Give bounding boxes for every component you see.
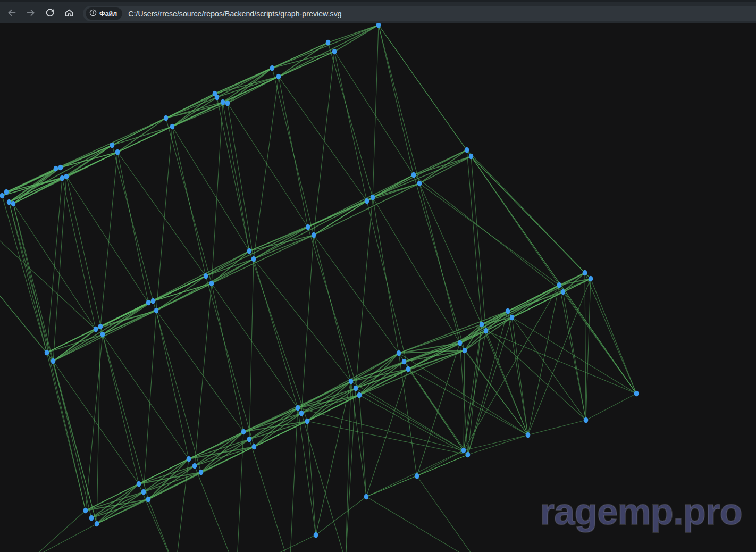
- refresh-button[interactable]: [41, 5, 58, 22]
- graph-edge: [307, 381, 351, 421]
- graph-edge: [373, 197, 399, 353]
- graph-node: [306, 224, 310, 230]
- graph-edge: [206, 276, 254, 447]
- graph-edge: [172, 127, 249, 251]
- graph-node: [95, 521, 99, 527]
- graph-edge: [97, 492, 144, 524]
- graph-node: [164, 115, 169, 121]
- graph-edge: [91, 484, 139, 518]
- graph-edge: [0, 229, 96, 329]
- graph-edge: [100, 327, 148, 499]
- graph-node: [247, 437, 252, 442]
- graph-edge: [254, 227, 308, 259]
- graph-edge: [308, 227, 359, 395]
- graph-edge: [508, 311, 528, 435]
- graph-node: [276, 74, 281, 80]
- graph-node: [364, 494, 369, 500]
- graph-edge: [249, 251, 307, 421]
- browser-toolbar: Файл C:/Users/rrese/source/repos/Backend…: [0, 0, 756, 23]
- graph-node: [251, 256, 256, 262]
- graph-edge: [314, 197, 373, 235]
- graph-edge: [103, 301, 153, 334]
- graph-node: [225, 101, 230, 106]
- graph-node: [154, 308, 159, 314]
- graph-edge: [117, 118, 166, 152]
- graph-edge: [468, 317, 512, 455]
- file-scheme-chip[interactable]: Файл: [86, 7, 122, 20]
- graph-edge: [366, 450, 464, 497]
- graph-node: [110, 143, 115, 148]
- graph-edge: [223, 102, 249, 251]
- graph-edge: [249, 259, 254, 439]
- graph-node: [270, 65, 275, 71]
- graph-edge: [367, 201, 408, 369]
- graph-edge: [414, 175, 563, 292]
- graph-canvas: [0, 23, 756, 552]
- graph-node: [312, 232, 316, 238]
- graph-edge: [254, 413, 301, 447]
- watermark: ragemp.pro: [540, 490, 742, 533]
- graph-node: [146, 497, 151, 503]
- refresh-icon: [45, 7, 55, 20]
- graph-edge: [414, 156, 471, 175]
- address-bar[interactable]: Файл C:/Users/rrese/source/repos/Backend…: [83, 6, 756, 21]
- graph-edge: [373, 25, 379, 197]
- nav-icons: [3, 4, 78, 23]
- graph-edge: [467, 150, 482, 324]
- graph-edge: [103, 334, 189, 459]
- graph-edges: [0, 25, 636, 552]
- graph-node: [221, 99, 225, 105]
- graph-node: [192, 463, 197, 469]
- graph-node: [98, 324, 103, 330]
- forward-button[interactable]: [22, 5, 39, 22]
- graph-node: [326, 40, 331, 46]
- graph-node: [463, 348, 467, 354]
- graph-node: [58, 165, 63, 171]
- graph-node: [349, 379, 354, 384]
- graph-node: [45, 350, 49, 356]
- graph-edge: [97, 484, 139, 524]
- graph-edge: [307, 421, 316, 535]
- graph-edge: [13, 204, 53, 361]
- graph-node: [465, 147, 469, 153]
- graph-edge: [249, 421, 307, 439]
- graph-edge: [585, 273, 586, 420]
- graph-edge: [366, 476, 417, 497]
- graph-node: [252, 444, 257, 450]
- graph-node: [458, 340, 463, 346]
- graph-edge: [175, 459, 189, 552]
- graph-edge: [2, 196, 47, 353]
- graph-node: [187, 456, 191, 462]
- home-button[interactable]: [61, 5, 78, 22]
- back-button[interactable]: [3, 5, 20, 22]
- graph-node: [415, 473, 419, 479]
- graph-edge: [212, 283, 298, 408]
- chip-label: Файл: [99, 10, 117, 18]
- graph-edge: [103, 334, 139, 484]
- graph-edge: [279, 43, 328, 77]
- graph-edge: [195, 283, 212, 466]
- graph-node: [417, 181, 422, 187]
- graph-node: [584, 417, 589, 423]
- graph-node: [557, 282, 562, 288]
- graph-node: [561, 289, 566, 295]
- graph-edge: [328, 43, 373, 197]
- graph-edge: [314, 235, 399, 353]
- graph-edge: [586, 394, 636, 420]
- graph-edge: [66, 177, 103, 334]
- graph-node: [296, 405, 300, 411]
- graph-node: [60, 175, 65, 181]
- graph-edge: [272, 68, 314, 235]
- graph-node: [466, 452, 471, 458]
- graph-edge: [563, 292, 586, 420]
- graph-edge: [419, 183, 460, 343]
- graph-edge: [9, 168, 61, 202]
- graph-edge: [482, 279, 591, 324]
- graph-edge: [471, 156, 591, 279]
- graph-edge: [166, 118, 212, 283]
- graph-node: [314, 532, 318, 538]
- graph-edge: [373, 197, 460, 343]
- graph-node: [526, 432, 531, 438]
- graph-edge: [112, 145, 153, 301]
- graph-node: [365, 198, 369, 204]
